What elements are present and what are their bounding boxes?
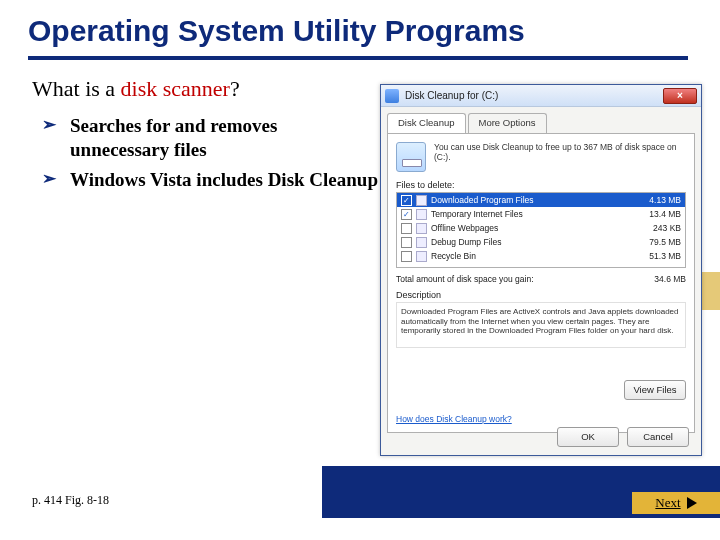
file-size: 79.5 MB: [631, 237, 681, 247]
file-size: 4.13 MB: [631, 195, 681, 205]
disk-cleanup-dialog: Disk Cleanup for (C:) × Disk Cleanup Mor…: [380, 84, 702, 456]
cancel-button[interactable]: Cancel: [627, 427, 689, 447]
file-row[interactable]: ✓ Temporary Internet Files 13.4 MB: [397, 207, 685, 221]
file-size: 243 KB: [631, 223, 681, 233]
bullet-item: ➢Windows Vista includes Disk Cleanup: [32, 168, 380, 192]
file-row[interactable]: ✓ Downloaded Program Files 4.13 MB: [397, 193, 685, 207]
slide-title: Operating System Utility Programs: [0, 0, 720, 56]
description-label: Description: [396, 290, 686, 300]
drive-icon: [396, 142, 426, 172]
file-size: 13.4 MB: [631, 209, 681, 219]
tab-disk-cleanup[interactable]: Disk Cleanup: [387, 113, 466, 133]
slide-question: What is a disk scanner?: [32, 76, 380, 102]
file-name: Offline Webpages: [431, 223, 631, 233]
close-button[interactable]: ×: [663, 88, 697, 104]
checkbox-icon[interactable]: [401, 237, 412, 248]
next-button[interactable]: Next: [632, 492, 720, 514]
dialog-button-row: OK Cancel: [557, 427, 689, 447]
file-icon: [416, 251, 427, 262]
intro-text: You can use Disk Cleanup to free up to 3…: [434, 142, 686, 172]
file-name: Temporary Internet Files: [431, 209, 631, 219]
total-label: Total amount of disk space you gain:: [396, 274, 534, 284]
file-row[interactable]: Offline Webpages 243 KB: [397, 221, 685, 235]
bullet-arrow-icon: ➢: [42, 114, 56, 162]
file-icon: [416, 209, 427, 220]
how-does-cleanup-work-link[interactable]: How does Disk Cleanup work?: [396, 414, 512, 424]
next-label: Next: [655, 495, 680, 511]
bullet-text: Searches for and removes unnecessary fil…: [70, 114, 380, 162]
checkbox-icon[interactable]: [401, 223, 412, 234]
files-listbox[interactable]: ✓ Downloaded Program Files 4.13 MB ✓ Tem…: [396, 192, 686, 268]
tab-row: Disk Cleanup More Options: [387, 113, 701, 133]
file-row[interactable]: Debug Dump Files 79.5 MB: [397, 235, 685, 249]
question-prefix: What is a: [32, 76, 121, 101]
file-icon: [416, 237, 427, 248]
checkbox-icon[interactable]: ✓: [401, 195, 412, 206]
checkbox-icon[interactable]: [401, 251, 412, 262]
file-size: 51.3 MB: [631, 251, 681, 261]
file-name: Debug Dump Files: [431, 237, 631, 247]
bullet-arrow-icon: ➢: [42, 168, 56, 192]
disk-cleanup-icon: [385, 89, 399, 103]
question-key: disk scanner: [121, 76, 230, 101]
file-icon: [416, 223, 427, 234]
description-box: Downloaded Program Files are ActiveX con…: [396, 302, 686, 348]
bullet-item: ➢Searches for and removes unnecessary fi…: [32, 114, 380, 162]
tab-more-options[interactable]: More Options: [468, 113, 547, 133]
dialog-titlebar[interactable]: Disk Cleanup for (C:) ×: [381, 85, 701, 107]
file-icon: [416, 195, 427, 206]
next-arrow-icon: [687, 497, 697, 509]
question-suffix: ?: [230, 76, 240, 101]
file-row[interactable]: Recycle Bin 51.3 MB: [397, 249, 685, 263]
slide-content: What is a disk scanner? ➢Searches for an…: [0, 60, 380, 191]
view-files-button[interactable]: View Files: [624, 380, 686, 400]
checkbox-icon[interactable]: ✓: [401, 209, 412, 220]
bullet-list: ➢Searches for and removes unnecessary fi…: [32, 114, 380, 191]
intro-row: You can use Disk Cleanup to free up to 3…: [396, 142, 686, 172]
page-reference: p. 414 Fig. 8-18: [32, 493, 109, 508]
files-to-delete-label: Files to delete:: [396, 180, 686, 190]
file-name: Downloaded Program Files: [431, 195, 631, 205]
ok-button[interactable]: OK: [557, 427, 619, 447]
file-name: Recycle Bin: [431, 251, 631, 261]
dialog-title: Disk Cleanup for (C:): [405, 90, 663, 101]
tab-panel: You can use Disk Cleanup to free up to 3…: [387, 133, 695, 433]
bullet-text: Windows Vista includes Disk Cleanup: [70, 168, 378, 192]
total-row: Total amount of disk space you gain: 34.…: [396, 274, 686, 284]
total-value: 34.6 MB: [654, 274, 686, 284]
